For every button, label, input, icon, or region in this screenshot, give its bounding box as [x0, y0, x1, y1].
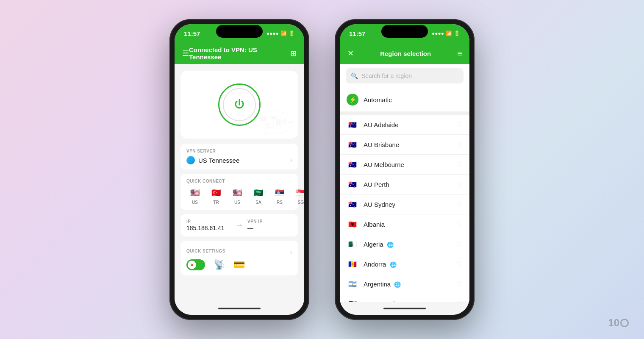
qc-label-3: SA	[255, 200, 261, 205]
flag-au-brisbane: 🇦🇺	[347, 140, 358, 149]
flag-algeria: 🇩🇿	[347, 240, 358, 248]
region-list: ⚡ Automatic 🇦🇺 AU Adelaide ♡ 🇦🇺 AU Brisb…	[340, 88, 469, 302]
region-albania[interactable]: 🇦🇱 Albania ♡	[340, 214, 469, 234]
heart-algeria[interactable]: ♡	[457, 240, 463, 248]
watermark: 10	[608, 317, 629, 329]
power-section	[180, 71, 298, 139]
flag-sa: 🇸🇦	[250, 187, 267, 199]
server-row[interactable]: 🌐 US Tennessee ›	[186, 156, 292, 164]
card-icon[interactable]: 💳	[233, 259, 245, 270]
search-bar[interactable]: 🔍 Search for a region	[346, 68, 464, 83]
region-name-au-melbourne: AU Melbourne	[364, 161, 452, 168]
qc-item-2[interactable]: 🇺🇸 US	[229, 187, 246, 205]
flag-rs: 🇷🇸	[271, 187, 288, 199]
server-name: 🌐 US Tennessee	[186, 156, 239, 164]
qc-label-0: US	[192, 200, 198, 205]
svg-point-0	[253, 111, 293, 134]
signal-icon-2: ●●●●	[432, 31, 444, 36]
quick-connect-card: QUICK CONNECT 🇺🇸 US 🇹🇷 TR 🇺🇸 US	[180, 174, 298, 210]
quick-connect-label: QUICK CONNECT	[186, 179, 292, 183]
nav-title-2: Region selection	[380, 50, 431, 57]
phone-1-screen: 11:57 ●●●● 📶 🔋 ☰ Connected to VPN: US Te…	[175, 24, 304, 315]
server-text: US Tennessee	[198, 157, 239, 164]
svg-rect-1	[260, 117, 266, 122]
vpn-ip-label: VPN IP	[247, 219, 292, 224]
automatic-item[interactable]: ⚡ Automatic	[340, 88, 469, 115]
status-icons-1: ●●●● 📶 🔋	[266, 31, 295, 36]
region-au-perth[interactable]: 🇦🇺 AU Perth ♡	[340, 175, 469, 195]
heart-andorra[interactable]: ♡	[457, 260, 463, 268]
region-name-au-brisbane: AU Brisbane	[364, 141, 452, 148]
world-map-decoration	[252, 110, 294, 135]
search-icon: 🔍	[351, 72, 358, 79]
watermark-text: 10	[608, 317, 619, 329]
qc-item-0[interactable]: 🇺🇸 US	[186, 187, 203, 205]
ip-section: IP 185.188.61.41	[186, 219, 231, 231]
chevron-right-icon: ›	[290, 156, 292, 164]
router-icon[interactable]: 📡	[214, 259, 225, 270]
svg-rect-3	[276, 119, 280, 125]
home-bar-1	[218, 308, 261, 309]
region-au-brisbane[interactable]: 🇦🇺 AU Brisbane ♡	[340, 135, 469, 155]
heart-au-sydney[interactable]: ♡	[457, 200, 463, 208]
qs-icons: ✕ 📡 💳	[186, 259, 292, 270]
globe-argentina: 🌐	[394, 281, 401, 288]
killswitch-knob: ✕	[188, 261, 196, 269]
phone-2: 11:57 ●●●● 📶 🔋 ✕ Region selection ≡ 🔍	[335, 19, 475, 320]
ip-card: IP 185.188.61.41 → VPN IP —	[180, 214, 298, 236]
menu-icon-1[interactable]: ☰	[182, 49, 189, 58]
svg-rect-5	[283, 118, 287, 122]
heart-au-adelaide[interactable]: ♡	[457, 121, 463, 129]
dynamic-island-1	[216, 25, 263, 38]
flag-sg: 🇸🇬	[292, 187, 304, 199]
region-algeria[interactable]: 🇩🇿 Algeria 🌐 ♡	[340, 234, 469, 254]
qc-item-4[interactable]: 🇷🇸 RS	[271, 187, 288, 205]
flag-argentina: 🇦🇷	[347, 280, 358, 288]
home-indicator-2	[340, 302, 469, 315]
flag-us-2: 🇺🇸	[229, 187, 246, 199]
qc-item-1[interactable]: 🇹🇷 TR	[208, 187, 225, 205]
heart-au-melbourne[interactable]: ♡	[457, 161, 463, 169]
filter-icon[interactable]: ≡	[457, 49, 462, 58]
vpn-server-label: VPN SERVER	[186, 149, 292, 153]
quick-settings-card: QUICK SETTINGS › ✕ 📡 💳	[180, 241, 298, 275]
ip-value: 185.188.61.41	[186, 225, 231, 231]
region-au-melbourne[interactable]: 🇦🇺 AU Melbourne ♡	[340, 155, 469, 175]
status-time-1: 11:57	[184, 30, 200, 37]
home-indicator-1	[175, 302, 304, 315]
nav-bar-2: ✕ Region selection ≡	[340, 43, 469, 64]
globe-armenia: 🌐	[391, 301, 397, 303]
heart-au-brisbane[interactable]: ♡	[457, 141, 463, 149]
qc-label-2: US	[234, 200, 240, 205]
heart-albania[interactable]: ♡	[457, 220, 463, 228]
region-au-adelaide[interactable]: 🇦🇺 AU Adelaide ♡	[340, 115, 469, 135]
heart-armenia[interactable]: ♡	[457, 300, 463, 303]
heart-argentina[interactable]: ♡	[457, 280, 463, 288]
qc-label-1: TR	[213, 200, 219, 205]
heart-au-perth[interactable]: ♡	[457, 181, 463, 189]
vpn-ip-section: VPN IP —	[247, 219, 292, 231]
quick-connect-row: 🇺🇸 US 🇹🇷 TR 🇺🇸 US 🇸🇦	[186, 187, 292, 205]
flag-au-adelaide: 🇦🇺	[347, 120, 358, 129]
phone-1: 11:57 ●●●● 📶 🔋 ☰ Connected to VPN: US Te…	[169, 19, 309, 320]
region-au-sydney[interactable]: 🇦🇺 AU Sydney ♡	[340, 195, 469, 214]
region-name-au-perth: AU Perth	[364, 181, 452, 188]
close-icon[interactable]: ✕	[347, 49, 354, 58]
qc-item-3[interactable]: 🇸🇦 SA	[250, 187, 267, 205]
wifi-icon-1: 📶	[280, 31, 287, 36]
killswitch-toggle[interactable]: ✕	[186, 259, 205, 270]
layout-icon-1[interactable]: ⊞	[290, 49, 297, 58]
svg-rect-2	[271, 116, 276, 119]
region-armenia[interactable]: 🇦🇲 Armenia 🌐 ♡	[340, 294, 469, 302]
settings-chevron-icon: ›	[290, 248, 292, 256]
region-name-argentina: Argentina 🌐	[364, 281, 452, 288]
region-argentina[interactable]: 🇦🇷 Argentina 🌐 ♡	[340, 274, 469, 294]
nav-bar-1: ☰ Connected to VPN: US Tennessee ⊞	[175, 43, 304, 64]
flag-au-sydney: 🇦🇺	[347, 200, 358, 208]
region-name-au-adelaide: AU Adelaide	[364, 121, 452, 128]
qc-item-5[interactable]: 🇸🇬 SG	[292, 187, 304, 205]
region-andorra[interactable]: 🇦🇩 Andorra 🌐 ♡	[340, 254, 469, 274]
watermark-circle	[620, 319, 629, 327]
status-icons-2: ●●●● 📶 🔋	[432, 31, 460, 36]
region-name-albania: Albania	[364, 221, 452, 228]
